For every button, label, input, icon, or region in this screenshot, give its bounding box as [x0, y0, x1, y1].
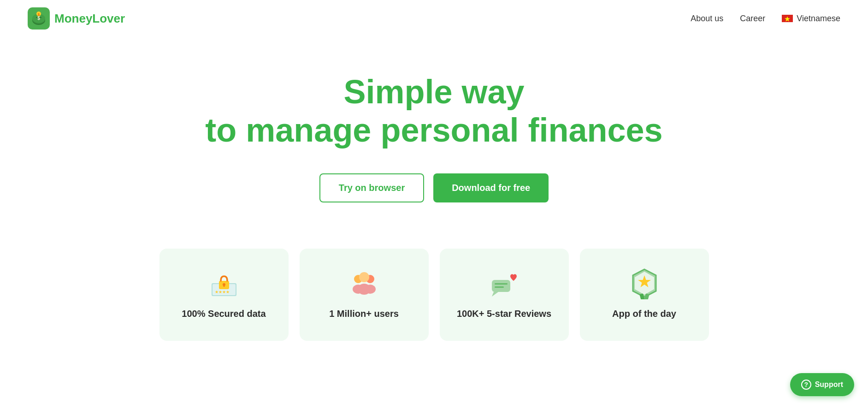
feature-card-secured: ★★★★ 100% Secured data: [159, 249, 289, 341]
reviews-icon: [488, 267, 520, 299]
navbar: $ $ MoneyLover About us Career Vietnames…: [0, 0, 868, 37]
hero-line2-plain: to manage: [205, 112, 371, 149]
svg-rect-15: [223, 285, 224, 287]
svg-text:$: $: [38, 13, 40, 17]
hero-buttons: Try on browser Download for free: [9, 173, 859, 202]
hero-title-line1: Simple way: [9, 74, 859, 110]
brand-name: MoneyLover: [54, 12, 125, 26]
language-label: Vietnamese: [797, 14, 840, 24]
feature-label-secured: 100% Secured data: [182, 309, 266, 319]
feature-label-users: 1 Million+ users: [329, 309, 399, 319]
svg-rect-22: [492, 280, 510, 292]
try-browser-button[interactable]: Try on browser: [319, 173, 424, 202]
svg-point-20: [359, 272, 369, 282]
hero-line2-highlight: personal finances: [380, 112, 662, 149]
nav-career[interactable]: Career: [740, 14, 765, 24]
logo-link[interactable]: $ $ MoneyLover: [28, 7, 125, 30]
download-button[interactable]: Download for free: [433, 173, 549, 202]
hero-section: Simple way to manage personal finances T…: [0, 37, 868, 230]
language-selector[interactable]: Vietnamese: [782, 14, 840, 24]
feature-card-users: 1 Million+ users: [300, 249, 429, 341]
svg-marker-23: [492, 292, 498, 297]
feature-label-appday: App of the day: [612, 309, 676, 319]
svg-rect-25: [495, 286, 504, 288]
nav-links: About us Career Vietnamese: [691, 14, 840, 24]
feature-card-reviews: 100K+ 5-star Reviews: [440, 249, 569, 341]
svg-rect-24: [495, 283, 508, 285]
svg-point-21: [358, 284, 371, 295]
people-icon: [348, 267, 380, 299]
vn-flag-icon: [782, 15, 793, 22]
svg-text:$: $: [37, 16, 40, 21]
hero-title-line2: to manage personal finances: [9, 110, 859, 150]
lock-icon: ★★★★: [208, 267, 240, 299]
feature-label-reviews: 100K+ 5-star Reviews: [457, 309, 551, 319]
svg-text:★★★★: ★★★★: [215, 290, 230, 294]
nav-about[interactable]: About us: [691, 14, 723, 24]
support-circle-icon: ?: [801, 380, 811, 390]
support-label: Support: [815, 380, 843, 389]
feature-card-appday: App of the day: [580, 249, 709, 341]
support-button[interactable]: ? Support: [790, 373, 854, 396]
features-section: ★★★★ 100% Secured data: [0, 230, 868, 359]
badge-icon: [628, 267, 661, 299]
logo-icon: $ $: [28, 7, 50, 30]
